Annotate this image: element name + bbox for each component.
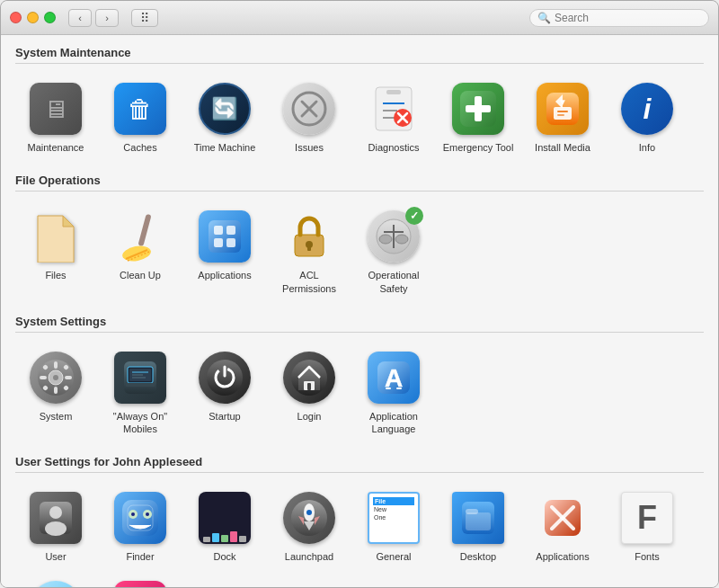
fullscreen-button[interactable] (44, 12, 56, 23)
item-dock[interactable]: Dock (184, 484, 265, 568)
titlebar: ‹ › ⠿ 🔍 (1, 1, 718, 35)
itunes-icon-wrap: ♪ (111, 578, 169, 588)
cleanup-icon-wrap (111, 208, 169, 265)
item-issues[interactable]: Issues (269, 75, 350, 159)
diagnostics-icon (368, 83, 420, 135)
item-info[interactable]: i Info (607, 75, 688, 159)
fonts-label: Fonts (635, 550, 660, 563)
item-finder[interactable]: Finder (100, 484, 181, 568)
cleanup-icon (114, 210, 166, 263)
item-cleanup[interactable]: Clean Up (100, 202, 181, 300)
section-title-system-settings: System Settings (15, 315, 704, 333)
svg-point-58 (207, 360, 243, 396)
item-acl-permissions[interactable]: ACL Permissions (269, 202, 350, 300)
item-safari[interactable]: Safari (15, 573, 96, 588)
general-label: General (376, 550, 411, 563)
traffic-lights (10, 12, 56, 23)
user-label: User (45, 550, 66, 563)
section-items-file-operations: Files (15, 199, 704, 307)
svg-rect-31 (226, 238, 235, 247)
launchpad-icon (283, 492, 335, 544)
desktop-icon-wrap (449, 489, 507, 547)
caches-icon: 🗑 (114, 83, 166, 135)
search-input[interactable] (555, 12, 689, 24)
item-time-machine[interactable]: 🔄 Time Machine (184, 75, 265, 159)
svg-rect-46 (65, 376, 72, 379)
svg-text:▼: ▼ (558, 97, 567, 107)
section-title-file-operations: File Operations (15, 174, 704, 192)
item-applications2[interactable]: Applications (522, 484, 603, 568)
item-always-on-mobiles[interactable]: "Always On" Mobiles (100, 343, 181, 441)
item-operational-safety[interactable]: ✓ Operational Safety (353, 202, 434, 300)
item-system[interactable]: System (15, 343, 96, 441)
login-icon-wrap (280, 349, 338, 406)
startup-icon-wrap (196, 349, 253, 406)
item-install-media[interactable]: ▼ Install Media (522, 75, 603, 159)
svg-rect-23 (138, 214, 151, 246)
grid-view-button[interactable]: ⠿ (131, 9, 158, 27)
content-area: System Maintenance 🖥 Maintenance 🗑 Cache… (1, 35, 718, 588)
emergency-tool-icon-wrap (449, 80, 507, 138)
item-user[interactable]: User (15, 484, 96, 568)
general-icon-wrap: File NewOne (365, 489, 422, 547)
item-application-language[interactable]: A Application Language (353, 343, 434, 441)
item-startup[interactable]: Startup (184, 343, 265, 441)
acl-permissions-label: ACL Permissions (272, 269, 346, 295)
files-label: Files (45, 269, 66, 281)
item-login[interactable]: Login (269, 343, 350, 441)
launchpad-icon-wrap (280, 489, 338, 547)
caches-icon-wrap: 🗑 (111, 80, 169, 138)
always-on-mobiles-label: "Always On" Mobiles (103, 410, 177, 436)
files-icon-wrap (27, 208, 84, 265)
item-diagnostics[interactable]: Diagnostics (353, 75, 434, 159)
operational-safety-icon-wrap: ✓ (365, 208, 422, 265)
svg-rect-16 (554, 107, 572, 120)
info-icon-wrap: i (618, 80, 676, 138)
itunes-icon: ♪ (114, 581, 166, 588)
section-system-maintenance: System Maintenance 🖥 Maintenance 🗑 Cache… (15, 46, 704, 166)
search-bar[interactable]: 🔍 (529, 9, 709, 27)
section-title-user-settings: User Settings for John Appleseed (15, 455, 704, 473)
forward-button[interactable]: › (95, 9, 119, 27)
item-caches[interactable]: 🗑 Caches (100, 75, 181, 159)
search-icon: 🔍 (537, 12, 551, 24)
svg-rect-5 (386, 90, 401, 94)
desktop-icon (452, 492, 504, 544)
item-itunes[interactable]: ♪ iTunes (100, 573, 181, 588)
item-applications[interactable]: Applications (184, 202, 265, 300)
item-files[interactable]: Files (15, 202, 96, 300)
grid-icon: ⠿ (140, 11, 149, 25)
section-user-settings: User Settings for John Appleseed (15, 455, 704, 588)
acl-permissions-icon (283, 210, 335, 263)
safari-icon-wrap (27, 578, 84, 588)
svg-point-76 (146, 512, 149, 516)
svg-rect-44 (54, 387, 58, 394)
dock-icon-wrap (196, 489, 253, 547)
minimize-button[interactable] (27, 12, 39, 23)
svg-rect-19 (557, 114, 564, 116)
back-button[interactable]: ‹ (68, 9, 92, 27)
close-button[interactable] (10, 12, 22, 23)
operational-safety-label: Operational Safety (357, 269, 431, 295)
maintenance-icon-wrap: 🖥 (27, 80, 84, 138)
svg-point-42 (53, 375, 58, 380)
item-launchpad[interactable]: Launchpad (269, 484, 350, 568)
item-emergency-tool[interactable]: Emergency Tool (438, 75, 519, 159)
item-general[interactable]: File NewOne General (353, 484, 434, 568)
nav-buttons: ‹ › (68, 9, 119, 27)
cleanup-label: Clean Up (120, 269, 161, 281)
item-maintenance[interactable]: 🖥 Maintenance (15, 75, 96, 159)
section-items-user-settings: User (15, 480, 704, 588)
time-machine-icon: 🔄 (199, 83, 251, 135)
desktop-label: Desktop (460, 550, 496, 563)
svg-point-70 (49, 506, 62, 519)
applications2-label: Applications (536, 550, 589, 563)
applications-icon-wrap (196, 208, 253, 265)
item-desktop[interactable]: Desktop (438, 484, 519, 568)
time-machine-label: Time Machine (194, 141, 256, 154)
item-fonts[interactable]: F Fonts (607, 484, 688, 568)
system-icon-wrap (27, 349, 84, 406)
user-icon (30, 492, 82, 544)
application-language-label: Application Language (357, 410, 431, 436)
section-file-operations: File Operations Files (15, 174, 704, 307)
